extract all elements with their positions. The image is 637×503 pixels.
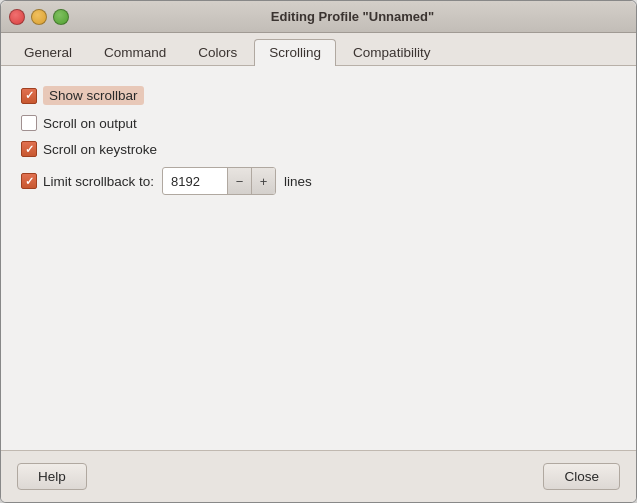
window-controls	[9, 9, 69, 25]
limit-scrollback-label[interactable]: Limit scrollback to:	[43, 174, 154, 189]
limit-scrollback-checkbox-wrap: Limit scrollback to:	[21, 173, 154, 189]
window-title: Editing Profile "Unnamed"	[77, 9, 628, 24]
scroll-on-output-row: Scroll on output	[21, 115, 616, 131]
show-scrollbar-checkbox-wrap: Show scrollbar	[21, 86, 144, 105]
show-scrollbar-row: Show scrollbar	[21, 86, 616, 105]
scroll-on-output-checkbox[interactable]	[21, 115, 37, 131]
scroll-on-keystroke-checkbox[interactable]	[21, 141, 37, 157]
tab-general[interactable]: General	[9, 39, 87, 65]
show-scrollbar-label[interactable]: Show scrollbar	[43, 86, 144, 105]
maximize-button[interactable]	[53, 9, 69, 25]
scroll-on-output-checkbox-wrap: Scroll on output	[21, 115, 137, 131]
limit-scrollback-spinbox: − +	[162, 167, 276, 195]
increment-button[interactable]: +	[251, 168, 275, 194]
tab-scrolling[interactable]: Scrolling	[254, 39, 336, 66]
limit-scrollback-row: Limit scrollback to: − + lines	[21, 167, 616, 195]
close-button[interactable]	[9, 9, 25, 25]
titlebar: Editing Profile "Unnamed"	[1, 1, 636, 33]
scroll-on-output-label[interactable]: Scroll on output	[43, 116, 137, 131]
close-dialog-button[interactable]: Close	[543, 463, 620, 490]
scroll-on-keystroke-checkbox-wrap: Scroll on keystroke	[21, 141, 157, 157]
main-window: Editing Profile "Unnamed" General Comman…	[0, 0, 637, 503]
footer: Help Close	[1, 450, 636, 502]
tab-command[interactable]: Command	[89, 39, 181, 65]
tab-compatibility[interactable]: Compatibility	[338, 39, 445, 65]
help-button[interactable]: Help	[17, 463, 87, 490]
limit-scrollback-checkbox[interactable]	[21, 173, 37, 189]
limit-scrollback-input[interactable]	[163, 171, 227, 192]
scroll-on-keystroke-row: Scroll on keystroke	[21, 141, 616, 157]
decrement-button[interactable]: −	[227, 168, 251, 194]
minimize-button[interactable]	[31, 9, 47, 25]
tab-colors[interactable]: Colors	[183, 39, 252, 65]
show-scrollbar-checkbox[interactable]	[21, 88, 37, 104]
scrolling-content: Show scrollbar Scroll on output Scroll o…	[1, 66, 636, 450]
scroll-on-keystroke-label[interactable]: Scroll on keystroke	[43, 142, 157, 157]
tab-bar: General Command Colors Scrolling Compati…	[1, 33, 636, 66]
lines-label: lines	[284, 174, 312, 189]
